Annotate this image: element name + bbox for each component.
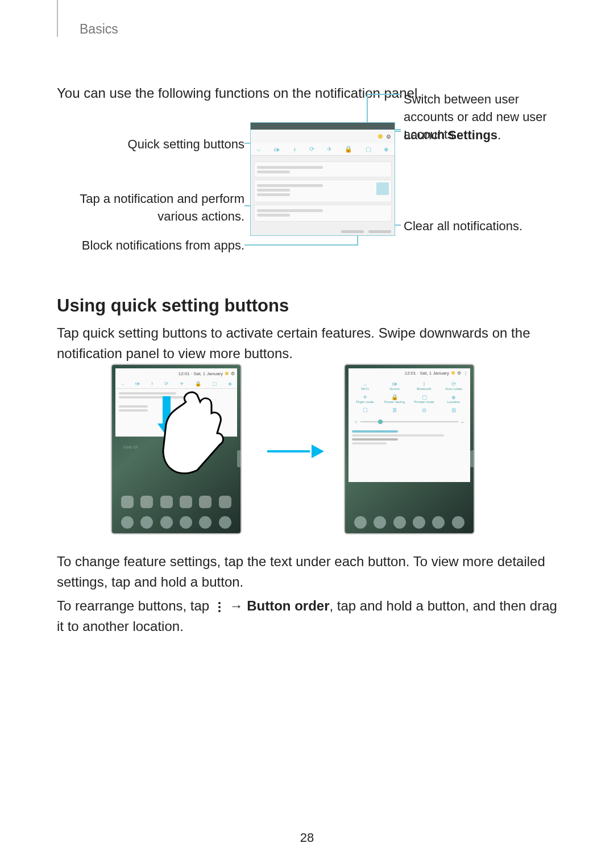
bluetooth-icon: ᚼ xyxy=(293,146,297,153)
lock-icon: 🔒 xyxy=(345,146,352,153)
notification-item xyxy=(254,161,392,177)
notification-panel-diagram: Quick setting buttons Tap a notification… xyxy=(57,117,557,276)
notification-item xyxy=(254,205,392,222)
callout-launch-bold: Settings xyxy=(448,128,497,142)
section-heading: Using quick setting buttons xyxy=(57,296,289,316)
sound-icon: 🕪 xyxy=(273,146,280,153)
rotate-icon: ⟳ xyxy=(309,146,314,153)
user-account-icon xyxy=(225,372,229,375)
page-number: 28 xyxy=(0,830,614,845)
brightness-slider: ☼ ⌄ xyxy=(349,417,470,426)
more-options-icon xyxy=(215,601,223,613)
widget-placeholder: One UI xyxy=(123,445,138,450)
private-icon: ▢ xyxy=(366,146,371,153)
paragraph-swipe: Tap quick setting buttons to activate ce… xyxy=(57,323,557,364)
notification-item xyxy=(254,180,392,202)
manual-page: Basics You can use the following functio… xyxy=(0,0,614,868)
wifi-icon: ⌵ xyxy=(257,146,261,153)
callout-launch-suffix: . xyxy=(497,128,501,142)
callout-tap-notification: Tap a notification and perform various a… xyxy=(57,190,244,226)
callout-block-apps: Block notifications from apps. xyxy=(57,237,244,255)
gear-icon: ⚙ xyxy=(386,134,391,140)
notification-thumbnail xyxy=(376,182,389,195)
location-icon: ◈ xyxy=(384,146,388,153)
tablet-after: 12:01 · Sat, 1 January⚙⋮ ⌵Wi-Fi 🕪Sound ᚼ… xyxy=(344,364,475,534)
leader-line xyxy=(357,235,358,244)
paragraph-change-settings: To change feature settings, tap the text… xyxy=(57,551,557,592)
gear-icon: ⚙ xyxy=(231,371,235,376)
callout-quick-settings: Quick setting buttons xyxy=(97,136,244,153)
clear-bar xyxy=(341,230,391,233)
panel-status-bar: ⚙ xyxy=(251,130,395,143)
user-account-icon xyxy=(451,371,455,375)
panel-expanded: 12:01 · Sat, 1 January⚙⋮ ⌵Wi-Fi 🕪Sound ᚼ… xyxy=(349,368,470,482)
wifi-icon: ⌵ xyxy=(121,381,124,387)
edge-handle xyxy=(470,450,475,467)
callout-launch-settings: Launch Settings. xyxy=(404,127,563,144)
callout-launch-prefix: Launch xyxy=(404,128,448,142)
paragraph-reorder: To rearrange buttons, tap → Button order… xyxy=(57,596,557,637)
notification-list xyxy=(349,426,470,448)
callout-clear-all: Clear all notifications. xyxy=(404,218,563,235)
reorder-arrow: → xyxy=(226,598,247,613)
hand-gesture-icon xyxy=(146,379,242,493)
app-shelf xyxy=(112,496,240,508)
tablet-before: 12:01 · Sat, 1 January⚙ ⌵ 🕪 ᚼ ⟳ ✈ 🔒 ▢ ◈ … xyxy=(111,364,242,534)
panel-screenshot: ⚙ ⌵ 🕪 ᚼ ⟳ ✈ 🔒 ▢ ◈ xyxy=(250,122,395,236)
flight-icon: ✈ xyxy=(327,146,332,153)
swipe-figure-group: 12:01 · Sat, 1 January⚙ ⌵ 🕪 ᚼ ⟳ ✈ 🔒 ▢ ◈ … xyxy=(57,364,557,546)
user-account-icon xyxy=(378,134,383,139)
reorder-prefix: To rearrange buttons, tap xyxy=(57,598,213,613)
app-dock xyxy=(345,516,474,529)
app-dock xyxy=(112,516,240,529)
quick-settings-row: ⌵ 🕪 ᚼ ⟳ ✈ 🔒 ▢ ◈ xyxy=(251,143,395,156)
quick-settings-grid: ⌵Wi-Fi 🕪Sound ᚼBluetooth ⟳Auto rotate ✈F… xyxy=(349,377,470,417)
more-icon: ⋮ xyxy=(463,371,468,376)
leader-line xyxy=(244,244,358,246)
leader-line xyxy=(367,94,401,95)
sound-icon: 🕪 xyxy=(135,381,140,387)
header-rule xyxy=(57,0,58,37)
gear-icon: ⚙ xyxy=(457,371,461,376)
breadcrumb: Basics xyxy=(80,22,118,37)
transition-arrow-icon xyxy=(267,443,324,460)
reorder-bold: Button order xyxy=(247,598,329,613)
